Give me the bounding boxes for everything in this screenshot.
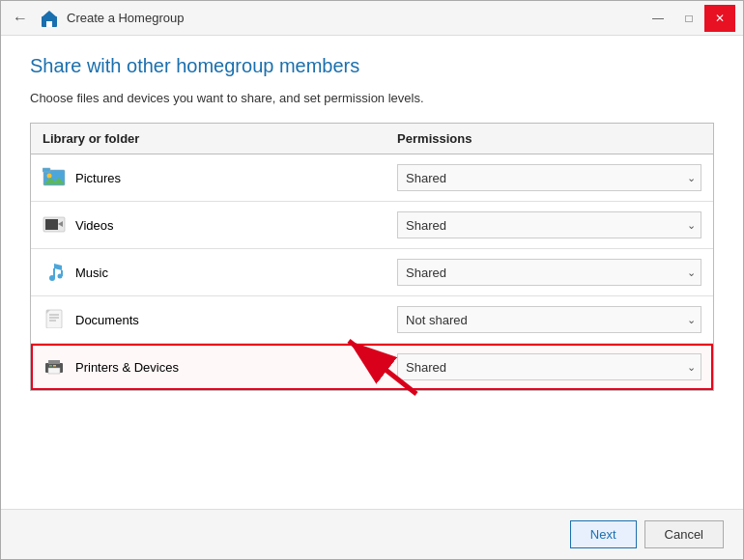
- permission-select-documents[interactable]: SharedRead-onlyNot shared: [397, 306, 701, 333]
- content-area: Share with other homegroup members Choos…: [1, 36, 743, 509]
- folder-cell-music: Music: [31, 249, 386, 296]
- svg-rect-4: [43, 168, 50, 172]
- table-row: Videos SharedRead-onlyNot shared⌄: [31, 202, 713, 249]
- videos-label: Videos: [75, 218, 114, 233]
- cancel-button[interactable]: Cancel: [644, 520, 724, 548]
- svg-rect-21: [48, 360, 60, 364]
- svg-rect-2: [46, 21, 52, 27]
- permission-cell-videos: SharedRead-onlyNot shared⌄: [386, 202, 713, 249]
- sharing-table-container: Library or folder Permissions Pictures S…: [30, 123, 714, 391]
- svg-point-12: [49, 275, 55, 281]
- permission-cell-pictures: SharedRead-onlyNot shared⌄: [386, 154, 713, 202]
- permission-cell-music: SharedRead-onlyNot shared⌄: [386, 249, 713, 296]
- svg-rect-24: [53, 365, 56, 367]
- music-icon: [43, 262, 66, 284]
- folder-cell-printers: Printers & Devices: [31, 344, 386, 391]
- folder-cell-documents: Documents: [31, 296, 386, 344]
- column-header-library: Library or folder: [31, 124, 386, 154]
- page-heading: Share with other homegroup members: [30, 55, 714, 77]
- documents-label: Documents: [75, 313, 139, 327]
- svg-point-5: [47, 173, 52, 178]
- permission-cell-printers: SharedRead-onlyNot shared⌄: [386, 344, 713, 391]
- close-button[interactable]: ✕: [704, 5, 735, 32]
- description-text: Choose files and devices you want to sha…: [30, 91, 714, 105]
- table-row: Pictures SharedRead-onlyNot shared⌄: [31, 154, 713, 202]
- svg-rect-22: [48, 368, 60, 374]
- permission-select-printers[interactable]: SharedRead-onlyNot shared: [397, 353, 701, 380]
- back-button[interactable]: ←: [9, 7, 32, 30]
- homegroup-icon: [40, 9, 59, 28]
- permission-select-videos[interactable]: SharedRead-onlyNot shared: [397, 211, 701, 238]
- title-bar: ← Create a Homegroup — □ ✕: [1, 1, 743, 36]
- table-row: Documents SharedRead-onlyNot shared⌄: [31, 296, 713, 344]
- documents-icon: [43, 309, 66, 331]
- svg-rect-10: [45, 219, 58, 230]
- maximize-button[interactable]: □: [673, 5, 704, 32]
- svg-rect-23: [49, 365, 52, 367]
- window-controls: — □ ✕: [643, 5, 735, 32]
- minimize-button[interactable]: —: [643, 5, 673, 32]
- permission-select-pictures[interactable]: SharedRead-onlyNot shared: [397, 164, 701, 191]
- videos-icon: [43, 214, 66, 237]
- pictures-icon: [43, 167, 66, 189]
- next-button[interactable]: Next: [570, 520, 637, 548]
- svg-point-14: [58, 273, 63, 278]
- permission-cell-documents: SharedRead-onlyNot shared⌄: [386, 296, 713, 344]
- window: ← Create a Homegroup — □ ✕ Share with ot…: [0, 0, 744, 560]
- table-row: Music SharedRead-onlyNot shared⌄: [31, 249, 713, 296]
- svg-marker-1: [42, 11, 57, 17]
- pictures-label: Pictures: [75, 171, 121, 185]
- permission-select-music[interactable]: SharedRead-onlyNot shared: [397, 259, 701, 286]
- svg-rect-15: [46, 310, 62, 328]
- table-row: Printers & Devices SharedRead-onlyNot sh…: [31, 344, 713, 391]
- folder-cell-videos: Videos: [31, 202, 386, 249]
- column-header-permissions: Permissions: [386, 124, 713, 154]
- printers-icon: [43, 356, 66, 378]
- window-title: Create a Homegroup: [67, 11, 184, 25]
- music-label: Music: [75, 266, 108, 280]
- sharing-table: Library or folder Permissions Pictures S…: [31, 124, 713, 390]
- title-bar-left: ← Create a Homegroup: [9, 7, 184, 30]
- footer: Next Cancel: [1, 509, 743, 559]
- sharing-table-wrapper: Library or folder Permissions Pictures S…: [30, 123, 714, 391]
- folder-cell-pictures: Pictures: [31, 154, 386, 202]
- printers-label: Printers & Devices: [75, 360, 179, 375]
- table-header-row: Library or folder Permissions: [31, 124, 713, 154]
